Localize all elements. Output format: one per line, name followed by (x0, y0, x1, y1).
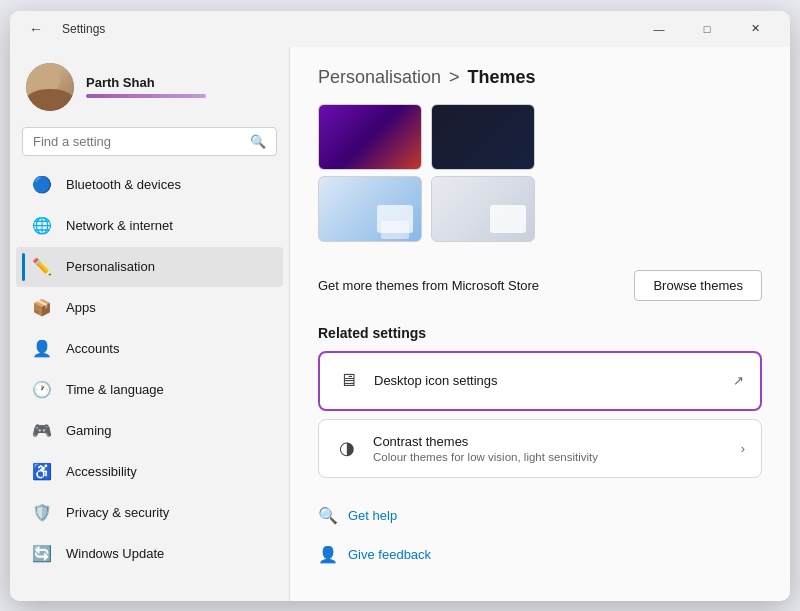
external-link-icon: ↗ (733, 373, 744, 388)
chevron-right-icon: › (741, 441, 745, 456)
sidebar-item-label: Windows Update (66, 546, 164, 561)
breadcrumb-parent[interactable]: Personalisation (318, 67, 441, 88)
nav-list: 🔵 Bluetooth & devices 🌐 Network & intern… (10, 164, 289, 575)
sidebar-item-label: Accessibility (66, 464, 137, 479)
sidebar-item-time[interactable]: 🕐 Time & language (16, 370, 283, 410)
titlebar-left: ← Settings (22, 15, 105, 43)
themes-grid (318, 104, 538, 242)
sidebar-item-label: Apps (66, 300, 96, 315)
right-panel: Personalisation > Themes Get more themes… (290, 47, 790, 601)
maximize-button[interactable]: □ (684, 11, 730, 47)
bluetooth-icon: 🔵 (32, 175, 52, 195)
back-button[interactable]: ← (22, 15, 50, 43)
accounts-icon: 👤 (32, 339, 52, 359)
search-box[interactable]: 🔍 (22, 127, 277, 156)
theme-thumbnail-purple[interactable] (318, 104, 422, 170)
sidebar-item-privacy[interactable]: 🛡️ Privacy & security (16, 493, 283, 533)
sidebar-item-accounts[interactable]: 👤 Accounts (16, 329, 283, 369)
sidebar-item-bluetooth[interactable]: 🔵 Bluetooth & devices (16, 165, 283, 205)
give-feedback-label: Give feedback (348, 547, 431, 562)
contrast-themes-card: ◑ Contrast themes Colour themes for low … (318, 419, 762, 478)
ms-store-text: Get more themes from Microsoft Store (318, 278, 539, 293)
get-help-link[interactable]: 🔍 Get help (318, 498, 762, 533)
breadcrumb-current: Themes (468, 67, 536, 88)
sidebar-item-label: Bluetooth & devices (66, 177, 181, 192)
search-input[interactable] (33, 134, 242, 149)
theme-thumbnail-dark[interactable] (431, 104, 535, 170)
sidebar-item-network[interactable]: 🌐 Network & internet (16, 206, 283, 246)
theme-thumbnail-blue[interactable] (318, 176, 422, 242)
update-icon: 🔄 (32, 544, 52, 564)
sidebar-item-label: Privacy & security (66, 505, 169, 520)
user-profile: Parth Shah (10, 47, 289, 123)
sidebar-item-personalisation[interactable]: ✏️ Personalisation (16, 247, 283, 287)
apps-icon: 📦 (32, 298, 52, 318)
contrast-themes-item[interactable]: ◑ Contrast themes Colour themes for low … (319, 420, 761, 477)
titlebar-title: Settings (62, 22, 105, 36)
accessibility-icon: ♿ (32, 462, 52, 482)
search-icon: 🔍 (250, 134, 266, 149)
sidebar-item-accessibility[interactable]: ♿ Accessibility (16, 452, 283, 492)
titlebar-controls: — □ ✕ (636, 11, 778, 47)
avatar (26, 63, 74, 111)
user-name: Parth Shah (86, 75, 273, 90)
privacy-icon: 🛡️ (32, 503, 52, 523)
sidebar-item-label: Gaming (66, 423, 112, 438)
breadcrumb: Personalisation > Themes (318, 67, 762, 88)
gaming-icon: 🎮 (32, 421, 52, 441)
desktop-icon-title: Desktop icon settings (374, 373, 719, 388)
desktop-icon-card: 🖥 Desktop icon settings ↗ (318, 351, 762, 411)
related-settings-label: Related settings (290, 317, 790, 351)
sidebar-item-update[interactable]: 🔄 Windows Update (16, 534, 283, 574)
help-section: 🔍 Get help 👤 Give feedback (290, 486, 790, 584)
ms-store-row: Get more themes from Microsoft Store Bro… (290, 258, 790, 317)
page-header: Personalisation > Themes (290, 47, 790, 104)
get-help-icon: 🔍 (318, 506, 338, 525)
desktop-icon: 🖥 (336, 369, 360, 393)
settings-window: ← Settings — □ ✕ Parth Shah (10, 11, 790, 601)
sidebar-item-label: Network & internet (66, 218, 173, 233)
get-help-label: Get help (348, 508, 397, 523)
browse-themes-button[interactable]: Browse themes (634, 270, 762, 301)
user-bar (86, 94, 206, 98)
contrast-themes-title: Contrast themes (373, 434, 727, 449)
sidebar-item-gaming[interactable]: 🎮 Gaming (16, 411, 283, 451)
contrast-themes-text: Contrast themes Colour themes for low vi… (373, 434, 727, 463)
sidebar-item-label: Personalisation (66, 259, 155, 274)
theme-thumbnail-grey[interactable] (431, 176, 535, 242)
contrast-icon: ◑ (335, 436, 359, 460)
user-info: Parth Shah (86, 75, 273, 98)
minimize-button[interactable]: — (636, 11, 682, 47)
sidebar-item-label: Accounts (66, 341, 119, 356)
sidebar-item-apps[interactable]: 📦 Apps (16, 288, 283, 328)
desktop-icon-text: Desktop icon settings (374, 373, 719, 388)
breadcrumb-separator: > (449, 67, 460, 88)
network-icon: 🌐 (32, 216, 52, 236)
desktop-icon-item[interactable]: 🖥 Desktop icon settings ↗ (320, 353, 760, 409)
sidebar: Parth Shah 🔍 🔵 Bluetooth & devices 🌐 Net… (10, 47, 290, 601)
content-area: Parth Shah 🔍 🔵 Bluetooth & devices 🌐 Net… (10, 47, 790, 601)
avatar-image (26, 63, 74, 111)
themes-preview (290, 104, 790, 258)
personalisation-icon: ✏️ (32, 257, 52, 277)
give-feedback-link[interactable]: 👤 Give feedback (318, 537, 762, 572)
titlebar: ← Settings — □ ✕ (10, 11, 790, 47)
contrast-themes-subtitle: Colour themes for low vision, light sens… (373, 451, 727, 463)
give-feedback-icon: 👤 (318, 545, 338, 564)
close-button[interactable]: ✕ (732, 11, 778, 47)
sidebar-item-label: Time & language (66, 382, 164, 397)
time-icon: 🕐 (32, 380, 52, 400)
